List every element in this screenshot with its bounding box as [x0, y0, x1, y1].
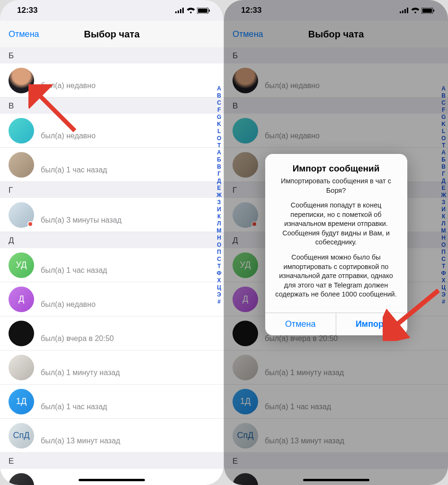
- chat-name-redacted: [41, 155, 145, 165]
- index-letter[interactable]: Ж: [216, 192, 222, 198]
- svg-rect-6: [209, 9, 210, 12]
- chat-status: был(а) вчера в 20:50: [41, 334, 215, 343]
- index-letter[interactable]: В: [217, 163, 221, 170]
- dialog-cancel-button[interactable]: Отмена: [265, 313, 336, 335]
- index-letter[interactable]: Н: [217, 234, 221, 241]
- index-letter[interactable]: G: [217, 114, 221, 120]
- avatar: [9, 202, 34, 228]
- index-letter[interactable]: О: [217, 242, 221, 248]
- chat-row[interactable]: был(а) 3 минуты назад: [0, 469, 224, 485]
- avatar: УД: [9, 252, 34, 278]
- chat-name-redacted: [41, 71, 145, 81]
- index-letter[interactable]: #: [217, 298, 221, 305]
- avatar: СпД: [9, 423, 34, 449]
- chat-name-redacted: [41, 392, 145, 402]
- avatar: [9, 321, 34, 346]
- chat-row[interactable]: был(а) вчера в 20:50: [0, 316, 224, 350]
- index-letter[interactable]: К: [217, 213, 221, 220]
- avatar: 1Д: [9, 389, 34, 414]
- chat-row[interactable]: СпДбыл(а) 13 минут назад: [0, 419, 224, 453]
- index-letter[interactable]: С: [217, 256, 221, 262]
- annotation-arrow: [28, 84, 81, 136]
- section-header: Д: [0, 232, 224, 248]
- index-letter[interactable]: Д: [217, 178, 221, 184]
- chat-row[interactable]: был(а) 1 минуту назад: [0, 350, 224, 385]
- chat-row[interactable]: был(а) 1 час назад: [0, 148, 224, 182]
- section-header: Г: [0, 182, 224, 198]
- chat-status: был(а) 13 минут назад: [41, 437, 215, 445]
- index-letter[interactable]: Ф: [216, 270, 221, 277]
- chat-row[interactable]: был(а) 3 минуты назад: [0, 198, 224, 232]
- battery-icon: [197, 8, 210, 14]
- index-letter[interactable]: Э: [217, 291, 221, 298]
- index-letter[interactable]: O: [217, 135, 221, 142]
- chat-name-redacted: [41, 324, 145, 333]
- section-index[interactable]: ABCFGKLOTАБВГДЕЖЗИКЛМНОПСТФХЦЭ#: [216, 85, 222, 305]
- avatar: [9, 152, 34, 178]
- index-letter[interactable]: A: [217, 85, 221, 92]
- chat-name-redacted: [41, 358, 145, 368]
- chat-status: был(а) 1 час назад: [41, 403, 215, 411]
- status-icons: [175, 8, 210, 14]
- index-letter[interactable]: З: [217, 199, 221, 206]
- svg-rect-5: [198, 9, 207, 13]
- chat-row[interactable]: УДбыл(а) 1 час назад: [0, 248, 224, 282]
- section-header: Б: [0, 47, 224, 63]
- dialog-title: Импорт сообщений: [274, 163, 399, 174]
- phone-left: 12:33 Отмена Выбор чата Ббыл(а) недавноВ…: [0, 0, 224, 485]
- index-letter[interactable]: А: [217, 149, 221, 156]
- index-letter[interactable]: B: [217, 92, 221, 99]
- wifi-icon: [187, 8, 195, 13]
- svg-rect-2: [180, 9, 181, 13]
- index-letter[interactable]: М: [217, 227, 222, 234]
- index-letter[interactable]: C: [217, 99, 221, 106]
- svg-rect-0: [175, 11, 177, 13]
- chat-status: был(а) 1 час назад: [41, 266, 215, 275]
- section-header: Е: [0, 453, 224, 469]
- home-indicator: [79, 479, 145, 481]
- chat-status: был(а) 3 минуты назад: [41, 216, 215, 225]
- status-time: 12:33: [17, 6, 37, 15]
- index-letter[interactable]: Л: [217, 220, 221, 227]
- index-letter[interactable]: Ц: [217, 284, 221, 291]
- index-letter[interactable]: Г: [217, 171, 221, 177]
- index-letter[interactable]: K: [217, 121, 221, 127]
- chat-name-redacted: [41, 206, 145, 215]
- index-letter[interactable]: Б: [217, 156, 221, 163]
- svg-rect-1: [178, 10, 179, 13]
- avatar: Д: [9, 287, 34, 312]
- nav-bar: Отмена Выбор чата: [0, 21, 224, 47]
- chat-status: был(а) 1 минуту назад: [41, 368, 215, 377]
- svg-rect-3: [182, 8, 184, 13]
- cancel-button[interactable]: Отмена: [9, 29, 39, 39]
- chat-row[interactable]: 1Дбыл(а) 1 час назад: [0, 385, 224, 419]
- annotation-arrow: [383, 289, 439, 341]
- index-letter[interactable]: И: [217, 206, 221, 213]
- index-letter[interactable]: Т: [217, 263, 221, 269]
- index-letter[interactable]: L: [217, 128, 221, 135]
- avatar: [9, 355, 34, 380]
- chat-name-redacted: [41, 426, 145, 436]
- index-letter[interactable]: П: [217, 249, 221, 255]
- index-letter[interactable]: T: [217, 142, 221, 149]
- chat-name-redacted: [41, 290, 145, 299]
- chat-status: был(а) недавно: [41, 300, 215, 309]
- index-letter[interactable]: Х: [217, 277, 221, 284]
- dialog-message: Импортировать сообщения в чат с Боря? Со…: [274, 177, 399, 299]
- chat-status: был(а) 1 час назад: [41, 166, 215, 174]
- phone-right: 12:33 Отмена Выбор чата Ббыл(а) недавноВ…: [224, 0, 448, 485]
- status-bar: 12:33: [0, 0, 224, 21]
- index-letter[interactable]: F: [217, 107, 221, 113]
- cellular-icon: [175, 8, 185, 13]
- chat-name-redacted: [41, 256, 145, 265]
- chat-row[interactable]: Дбыл(а) недавно: [0, 282, 224, 316]
- index-letter[interactable]: Е: [217, 185, 221, 191]
- avatar: [9, 473, 34, 485]
